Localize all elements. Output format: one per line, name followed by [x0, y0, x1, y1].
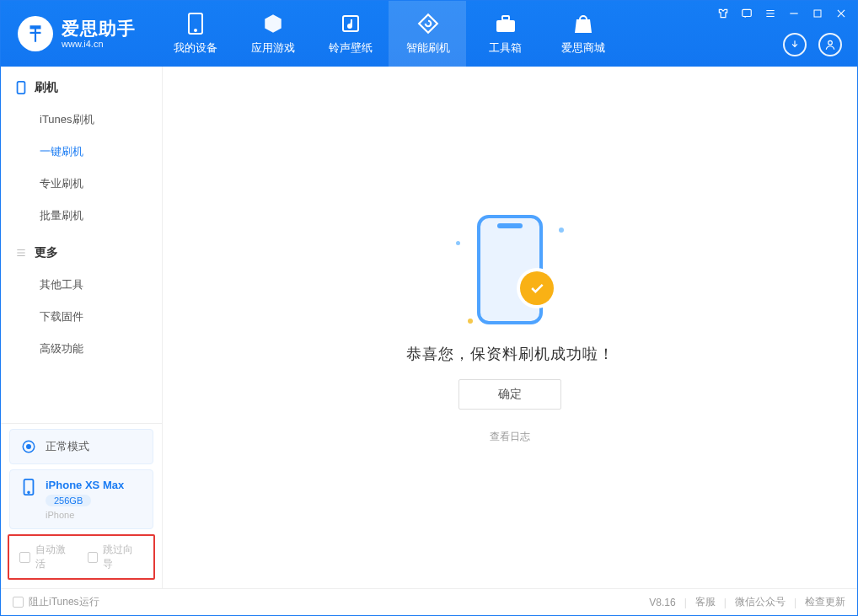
section-title: 刷机 — [35, 80, 58, 95]
list-icon — [14, 246, 28, 260]
sidebar: 刷机 iTunes刷机 一键刷机 专业刷机 批量刷机 更多 其他工具 下载固件 … — [1, 67, 163, 588]
svg-point-11 — [27, 445, 31, 449]
minimize-icon[interactable] — [786, 6, 802, 21]
separator: | — [724, 597, 727, 608]
tab-ringtone-wallpaper[interactable]: 铃声壁纸 — [311, 1, 389, 67]
maximize-icon[interactable] — [810, 6, 825, 21]
svg-rect-7 — [814, 10, 821, 17]
svg-rect-6 — [743, 9, 752, 16]
svg-point-13 — [28, 491, 29, 493]
success-message: 恭喜您，保资料刷机成功啦！ — [406, 344, 614, 364]
device-card[interactable]: iPhone XS Max 256GB iPhone — [9, 469, 153, 529]
titlebar: 爱思助手 www.i4.cn 我的设备 应用游戏 铃声壁纸 智能刷机 — [1, 1, 857, 67]
main-tabs: 我的设备 应用游戏 铃声壁纸 智能刷机 工具箱 爱思商城 — [156, 1, 621, 67]
tab-label: 智能刷机 — [406, 40, 450, 56]
tab-toolbox[interactable]: 工具箱 — [466, 1, 544, 67]
tab-smart-flash[interactable]: 智能刷机 — [389, 1, 466, 67]
checkbox-icon — [19, 552, 30, 563]
sidebar-section-more: 更多 — [1, 232, 162, 269]
section-title: 更多 — [35, 245, 58, 260]
sidebar-item-itunes-flash[interactable]: iTunes刷机 — [1, 104, 162, 136]
statusbar-left: 阻止iTunes运行 — [13, 595, 99, 609]
sidebar-item-advanced[interactable]: 高级功能 — [1, 333, 162, 365]
check-badge-icon — [520, 271, 554, 305]
phone-icon — [477, 215, 543, 324]
sidebar-scroll: 刷机 iTunes刷机 一键刷机 专业刷机 批量刷机 更多 其他工具 下载固件 … — [1, 67, 162, 423]
device-icon — [184, 12, 207, 35]
tab-label: 工具箱 — [489, 40, 522, 56]
check-update-link[interactable]: 检查更新 — [805, 595, 845, 609]
separator: | — [684, 597, 687, 608]
download-icon[interactable] — [783, 33, 807, 56]
mode-label: 正常模式 — [46, 439, 89, 454]
svg-rect-4 — [496, 20, 515, 32]
svg-point-8 — [829, 40, 833, 45]
ok-button[interactable]: 确定 — [458, 379, 561, 410]
spark-icon — [468, 319, 473, 324]
spark-icon — [559, 228, 564, 233]
bag-icon — [571, 12, 595, 35]
device-name: iPhone XS Max — [46, 479, 124, 491]
titlebar-actions — [783, 33, 842, 56]
menu-icon[interactable] — [763, 6, 778, 21]
tab-store[interactable]: 爱思商城 — [544, 1, 621, 67]
toolbox-icon — [494, 12, 517, 35]
app-name: 爱思助手 — [62, 19, 136, 39]
svg-rect-5 — [502, 16, 509, 20]
spark-icon — [456, 241, 460, 245]
main-content: 恭喜您，保资料刷机成功啦！ 确定 查看日志 — [163, 67, 857, 588]
wechat-link[interactable]: 微信公众号 — [735, 595, 786, 609]
device-card-icon — [20, 479, 37, 495]
checkbox-auto-activate[interactable]: 自动激活 — [19, 543, 76, 571]
sidebar-item-download-firmware[interactable]: 下载固件 — [1, 301, 162, 333]
svg-rect-9 — [18, 82, 25, 94]
device-subtype: iPhone — [46, 510, 124, 520]
sidebar-section-flash: 刷机 — [1, 67, 162, 104]
app-window: 爱思助手 www.i4.cn 我的设备 应用游戏 铃声壁纸 智能刷机 — [0, 0, 858, 616]
tab-my-device[interactable]: 我的设备 — [156, 1, 233, 67]
mode-card[interactable]: 正常模式 — [9, 429, 153, 464]
window-controls — [716, 6, 849, 21]
checkbox-label: 阻止iTunes运行 — [29, 595, 99, 609]
device-storage: 256GB — [46, 495, 91, 506]
tab-label: 爱思商城 — [561, 40, 605, 56]
version-label: V8.16 — [649, 597, 675, 608]
success-illustration — [451, 211, 569, 329]
music-icon — [339, 12, 362, 35]
sidebar-item-other-tools[interactable]: 其他工具 — [1, 269, 162, 301]
refresh-icon — [416, 12, 440, 35]
tab-label: 我的设备 — [174, 40, 217, 56]
checkbox-icon — [88, 552, 99, 563]
separator: | — [794, 597, 796, 608]
checkbox-label: 跳过向导 — [103, 543, 143, 571]
app-url: www.i4.cn — [62, 39, 136, 50]
logo-icon — [18, 16, 53, 51]
checkbox-skip-guide[interactable]: 跳过向导 — [88, 543, 144, 571]
customer-service-link[interactable]: 客服 — [695, 595, 716, 609]
feedback-icon[interactable] — [739, 6, 754, 21]
tab-label: 铃声壁纸 — [329, 40, 373, 56]
sidebar-footer: 正常模式 iPhone XS Max 256GB iPhone 自动激活 跳过向… — [1, 423, 162, 588]
close-icon[interactable] — [834, 6, 849, 21]
mode-icon — [20, 438, 37, 455]
tab-label: 应用游戏 — [251, 40, 295, 56]
flash-options-highlighted: 自动激活 跳过向导 — [8, 534, 155, 580]
svg-point-2 — [195, 29, 196, 31]
body: 刷机 iTunes刷机 一键刷机 专业刷机 批量刷机 更多 其他工具 下载固件 … — [1, 67, 857, 588]
checkbox-block-itunes[interactable]: 阻止iTunes运行 — [13, 595, 99, 609]
statusbar: 阻止iTunes运行 V8.16 | 客服 | 微信公众号 | 检查更新 — [1, 588, 857, 615]
user-icon[interactable] — [818, 33, 842, 56]
sidebar-item-pro-flash[interactable]: 专业刷机 — [1, 168, 162, 200]
checkbox-label: 自动激活 — [35, 543, 76, 571]
skin-icon[interactable] — [716, 6, 731, 21]
tab-apps-games[interactable]: 应用游戏 — [233, 1, 311, 67]
sidebar-item-onekey-flash[interactable]: 一键刷机 — [1, 136, 162, 168]
view-log-link[interactable]: 查看日志 — [490, 430, 530, 444]
cube-icon — [261, 12, 285, 35]
statusbar-right: V8.16 | 客服 | 微信公众号 | 检查更新 — [649, 595, 845, 609]
device-info: iPhone XS Max 256GB iPhone — [46, 479, 124, 520]
sidebar-item-batch-flash[interactable]: 批量刷机 — [1, 200, 162, 232]
logo-block: 爱思助手 www.i4.cn — [1, 1, 151, 67]
logo-text: 爱思助手 www.i4.cn — [62, 19, 136, 50]
checkbox-icon — [13, 597, 24, 608]
